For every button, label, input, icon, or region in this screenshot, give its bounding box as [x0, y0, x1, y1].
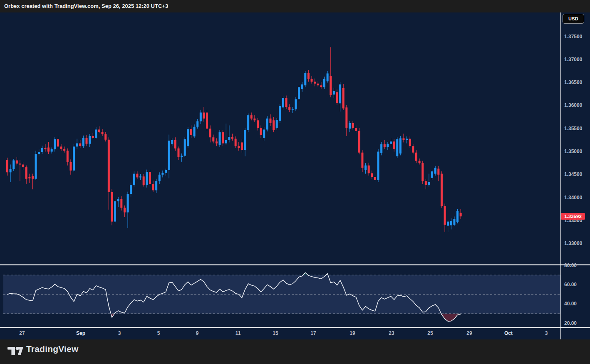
- candle-body: [266, 119, 268, 130]
- candle-body: [323, 79, 325, 87]
- price-axis-label: 1.33000: [564, 240, 582, 246]
- candle-body: [79, 144, 81, 146]
- candle-body: [161, 173, 164, 174]
- candle-body: [127, 194, 129, 212]
- currency-toggle-button[interactable]: USD: [563, 14, 584, 24]
- candle-body: [92, 136, 94, 138]
- candle-body: [412, 146, 414, 152]
- candle-body: [358, 131, 360, 153]
- candle-body: [95, 129, 97, 138]
- candle-body: [67, 151, 69, 162]
- candle-body: [89, 136, 91, 144]
- candle-body: [16, 161, 18, 164]
- candle-body: [355, 128, 357, 131]
- candle-body: [403, 138, 405, 140]
- candle-body: [377, 152, 379, 181]
- candle-body: [364, 166, 367, 170]
- candle-body: [419, 161, 421, 163]
- candle-body: [298, 87, 300, 99]
- candle-body: [244, 130, 246, 150]
- candle-body: [206, 112, 208, 129]
- candle-body: [349, 123, 351, 129]
- candle-body: [231, 137, 233, 139]
- tradingview-logo-icon[interactable]: [7, 344, 25, 357]
- candle-body: [82, 138, 84, 146]
- candle-body: [159, 175, 161, 181]
- candle-body: [345, 107, 347, 128]
- candle-body: [421, 163, 424, 181]
- time-axis-label: 3: [118, 330, 121, 336]
- candle-body: [456, 211, 459, 222]
- candle-body: [181, 156, 183, 157]
- candle-body: [187, 129, 189, 146]
- candle-body: [174, 140, 176, 149]
- candle-body: [431, 171, 433, 178]
- chart-canvas[interactable]: [0, 0, 590, 364]
- candle-body: [292, 109, 294, 110]
- tradingview-window: Orbex created with TradingView.com, Sep …: [0, 0, 590, 364]
- candle-body: [257, 120, 259, 128]
- candle-body: [342, 88, 345, 109]
- candle-body: [47, 148, 50, 152]
- time-axis-label: 9: [196, 330, 199, 336]
- candle-body: [209, 129, 211, 137]
- candle-body: [98, 129, 100, 132]
- candle-body: [219, 132, 221, 145]
- candle-body: [12, 161, 15, 169]
- time-axis-label: 15: [273, 330, 278, 336]
- candle-body: [117, 199, 119, 201]
- time-axis-label: 17: [310, 330, 316, 336]
- rsi-axis-label: 80.00: [564, 262, 577, 268]
- candle-body: [114, 201, 116, 222]
- candle-body: [396, 139, 398, 156]
- candle-body: [235, 139, 237, 146]
- candle-body: [282, 98, 284, 107]
- candle-body: [425, 181, 427, 185]
- tradingview-wordmark[interactable]: TradingView: [26, 344, 79, 354]
- candle-body: [10, 169, 12, 173]
- price-axis-label: 1.34500: [564, 171, 582, 177]
- time-axis-label: Sep: [76, 330, 85, 336]
- time-axis-label: 29: [466, 330, 472, 336]
- price-axis-label: 1.34000: [564, 195, 582, 201]
- candle-body: [190, 129, 192, 135]
- candle-body: [225, 140, 227, 144]
- candle-body: [19, 163, 21, 164]
- candle-body: [279, 106, 281, 121]
- candle-body: [415, 153, 417, 161]
- candle-body: [196, 121, 198, 127]
- price-axis-label: 1.35500: [564, 126, 582, 131]
- candlestick-series: [6, 47, 462, 232]
- price-axis-label: 1.36500: [564, 79, 582, 85]
- candle-body: [54, 139, 56, 149]
- time-axis-label: Oct: [504, 330, 513, 336]
- candle-body: [222, 132, 224, 144]
- candle-body: [441, 174, 443, 206]
- candle-body: [361, 153, 363, 168]
- time-axis-label: 23: [389, 330, 394, 336]
- candle-body: [301, 84, 303, 89]
- candle-body: [393, 141, 395, 149]
- time-axis-label: 19: [350, 330, 355, 336]
- candle-body: [327, 73, 329, 81]
- candle-body: [86, 138, 88, 144]
- candle-body: [76, 144, 78, 147]
- candle-body: [228, 137, 230, 140]
- time-axis-label: 11: [236, 330, 241, 336]
- candle-body: [149, 172, 151, 184]
- candle-body: [41, 148, 43, 152]
- candle-body: [444, 206, 446, 225]
- candle-body: [60, 146, 62, 149]
- candle-body: [63, 149, 65, 151]
- chart-attribution-title: Orbex created with TradingView.com, Sep …: [4, 3, 168, 9]
- price-axis-label: 1.37500: [564, 34, 582, 40]
- candle-body: [314, 82, 316, 83]
- candle-body: [371, 173, 373, 177]
- candle-body: [390, 141, 392, 144]
- candle-body: [104, 134, 107, 139]
- candle-body: [285, 98, 288, 107]
- price-axis-label: 1.35000: [564, 149, 582, 154]
- candle-body: [409, 139, 411, 146]
- candle-body: [6, 160, 8, 172]
- candle-body: [139, 176, 141, 177]
